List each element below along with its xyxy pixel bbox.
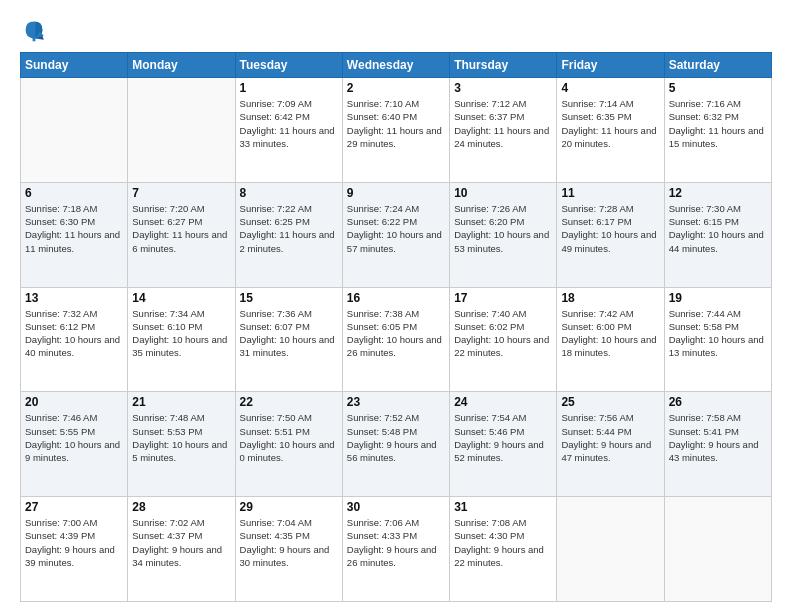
day-number: 29 (240, 500, 338, 514)
day-number: 6 (25, 186, 123, 200)
calendar-cell: 14 Sunrise: 7:34 AM Sunset: 6:10 PM Dayl… (128, 287, 235, 392)
daylight-label: Daylight: 9 hours and 39 minutes. (25, 544, 115, 568)
calendar-cell (557, 497, 664, 602)
calendar-cell: 17 Sunrise: 7:40 AM Sunset: 6:02 PM Dayl… (450, 287, 557, 392)
daylight-label: Daylight: 11 hours and 2 minutes. (240, 229, 335, 253)
daylight-label: Daylight: 10 hours and 0 minutes. (240, 439, 335, 463)
daylight-label: Daylight: 11 hours and 11 minutes. (25, 229, 120, 253)
calendar-cell: 9 Sunrise: 7:24 AM Sunset: 6:22 PM Dayli… (342, 182, 449, 287)
day-info: Sunrise: 7:00 AM Sunset: 4:39 PM Dayligh… (25, 516, 123, 569)
sunrise-label: Sunrise: 7:22 AM (240, 203, 312, 214)
day-number: 7 (132, 186, 230, 200)
daylight-label: Daylight: 11 hours and 6 minutes. (132, 229, 227, 253)
daylight-label: Daylight: 10 hours and 13 minutes. (669, 334, 764, 358)
day-info: Sunrise: 7:50 AM Sunset: 5:51 PM Dayligh… (240, 411, 338, 464)
day-number: 19 (669, 291, 767, 305)
day-number: 20 (25, 395, 123, 409)
day-info: Sunrise: 7:46 AM Sunset: 5:55 PM Dayligh… (25, 411, 123, 464)
day-info: Sunrise: 7:26 AM Sunset: 6:20 PM Dayligh… (454, 202, 552, 255)
day-header-sunday: Sunday (21, 53, 128, 78)
sunset-label: Sunset: 6:07 PM (240, 321, 310, 332)
sunrise-label: Sunrise: 7:26 AM (454, 203, 526, 214)
calendar-cell: 18 Sunrise: 7:42 AM Sunset: 6:00 PM Dayl… (557, 287, 664, 392)
sunset-label: Sunset: 6:15 PM (669, 216, 739, 227)
calendar-cell: 19 Sunrise: 7:44 AM Sunset: 5:58 PM Dayl… (664, 287, 771, 392)
day-number: 12 (669, 186, 767, 200)
calendar-cell: 29 Sunrise: 7:04 AM Sunset: 4:35 PM Dayl… (235, 497, 342, 602)
daylight-label: Daylight: 9 hours and 22 minutes. (454, 544, 544, 568)
daylight-label: Daylight: 11 hours and 29 minutes. (347, 125, 442, 149)
daylight-label: Daylight: 9 hours and 56 minutes. (347, 439, 437, 463)
day-number: 25 (561, 395, 659, 409)
day-info: Sunrise: 7:09 AM Sunset: 6:42 PM Dayligh… (240, 97, 338, 150)
sunset-label: Sunset: 4:35 PM (240, 530, 310, 541)
sunset-label: Sunset: 6:27 PM (132, 216, 202, 227)
calendar-cell: 11 Sunrise: 7:28 AM Sunset: 6:17 PM Dayl… (557, 182, 664, 287)
daylight-label: Daylight: 9 hours and 30 minutes. (240, 544, 330, 568)
sunrise-label: Sunrise: 7:44 AM (669, 308, 741, 319)
calendar-cell: 1 Sunrise: 7:09 AM Sunset: 6:42 PM Dayli… (235, 78, 342, 183)
day-number: 28 (132, 500, 230, 514)
sunrise-label: Sunrise: 7:14 AM (561, 98, 633, 109)
sunset-label: Sunset: 5:48 PM (347, 426, 417, 437)
calendar-table: SundayMondayTuesdayWednesdayThursdayFrid… (20, 52, 772, 602)
calendar-cell: 30 Sunrise: 7:06 AM Sunset: 4:33 PM Dayl… (342, 497, 449, 602)
calendar-week-row: 1 Sunrise: 7:09 AM Sunset: 6:42 PM Dayli… (21, 78, 772, 183)
day-number: 13 (25, 291, 123, 305)
sunset-label: Sunset: 6:30 PM (25, 216, 95, 227)
daylight-label: Daylight: 11 hours and 15 minutes. (669, 125, 764, 149)
day-number: 23 (347, 395, 445, 409)
sunset-label: Sunset: 6:20 PM (454, 216, 524, 227)
calendar-week-row: 6 Sunrise: 7:18 AM Sunset: 6:30 PM Dayli… (21, 182, 772, 287)
day-info: Sunrise: 7:28 AM Sunset: 6:17 PM Dayligh… (561, 202, 659, 255)
day-info: Sunrise: 7:24 AM Sunset: 6:22 PM Dayligh… (347, 202, 445, 255)
daylight-label: Daylight: 10 hours and 18 minutes. (561, 334, 656, 358)
daylight-label: Daylight: 10 hours and 53 minutes. (454, 229, 549, 253)
sunrise-label: Sunrise: 7:20 AM (132, 203, 204, 214)
day-info: Sunrise: 7:20 AM Sunset: 6:27 PM Dayligh… (132, 202, 230, 255)
day-number: 9 (347, 186, 445, 200)
sunrise-label: Sunrise: 7:42 AM (561, 308, 633, 319)
calendar-cell: 7 Sunrise: 7:20 AM Sunset: 6:27 PM Dayli… (128, 182, 235, 287)
sunset-label: Sunset: 6:02 PM (454, 321, 524, 332)
sunrise-label: Sunrise: 7:50 AM (240, 412, 312, 423)
calendar-cell: 22 Sunrise: 7:50 AM Sunset: 5:51 PM Dayl… (235, 392, 342, 497)
day-info: Sunrise: 7:02 AM Sunset: 4:37 PM Dayligh… (132, 516, 230, 569)
day-number: 8 (240, 186, 338, 200)
sunrise-label: Sunrise: 7:09 AM (240, 98, 312, 109)
day-number: 15 (240, 291, 338, 305)
day-header-thursday: Thursday (450, 53, 557, 78)
sunrise-label: Sunrise: 7:54 AM (454, 412, 526, 423)
sunset-label: Sunset: 6:40 PM (347, 111, 417, 122)
day-info: Sunrise: 7:30 AM Sunset: 6:15 PM Dayligh… (669, 202, 767, 255)
sunset-label: Sunset: 6:17 PM (561, 216, 631, 227)
calendar-cell: 28 Sunrise: 7:02 AM Sunset: 4:37 PM Dayl… (128, 497, 235, 602)
sunrise-label: Sunrise: 7:18 AM (25, 203, 97, 214)
sunset-label: Sunset: 4:37 PM (132, 530, 202, 541)
calendar-cell: 6 Sunrise: 7:18 AM Sunset: 6:30 PM Dayli… (21, 182, 128, 287)
sunrise-label: Sunrise: 7:48 AM (132, 412, 204, 423)
sunset-label: Sunset: 5:46 PM (454, 426, 524, 437)
sunset-label: Sunset: 5:44 PM (561, 426, 631, 437)
day-info: Sunrise: 7:54 AM Sunset: 5:46 PM Dayligh… (454, 411, 552, 464)
sunrise-label: Sunrise: 7:36 AM (240, 308, 312, 319)
sunrise-label: Sunrise: 7:12 AM (454, 98, 526, 109)
sunrise-label: Sunrise: 7:30 AM (669, 203, 741, 214)
day-number: 11 (561, 186, 659, 200)
sunset-label: Sunset: 4:33 PM (347, 530, 417, 541)
day-number: 10 (454, 186, 552, 200)
sunrise-label: Sunrise: 7:04 AM (240, 517, 312, 528)
day-info: Sunrise: 7:04 AM Sunset: 4:35 PM Dayligh… (240, 516, 338, 569)
day-info: Sunrise: 7:36 AM Sunset: 6:07 PM Dayligh… (240, 307, 338, 360)
daylight-label: Daylight: 9 hours and 34 minutes. (132, 544, 222, 568)
day-number: 21 (132, 395, 230, 409)
day-info: Sunrise: 7:48 AM Sunset: 5:53 PM Dayligh… (132, 411, 230, 464)
sunset-label: Sunset: 6:12 PM (25, 321, 95, 332)
day-info: Sunrise: 7:16 AM Sunset: 6:32 PM Dayligh… (669, 97, 767, 150)
day-info: Sunrise: 7:22 AM Sunset: 6:25 PM Dayligh… (240, 202, 338, 255)
day-number: 30 (347, 500, 445, 514)
day-info: Sunrise: 7:58 AM Sunset: 5:41 PM Dayligh… (669, 411, 767, 464)
sunrise-label: Sunrise: 7:56 AM (561, 412, 633, 423)
day-header-monday: Monday (128, 53, 235, 78)
daylight-label: Daylight: 10 hours and 9 minutes. (25, 439, 120, 463)
